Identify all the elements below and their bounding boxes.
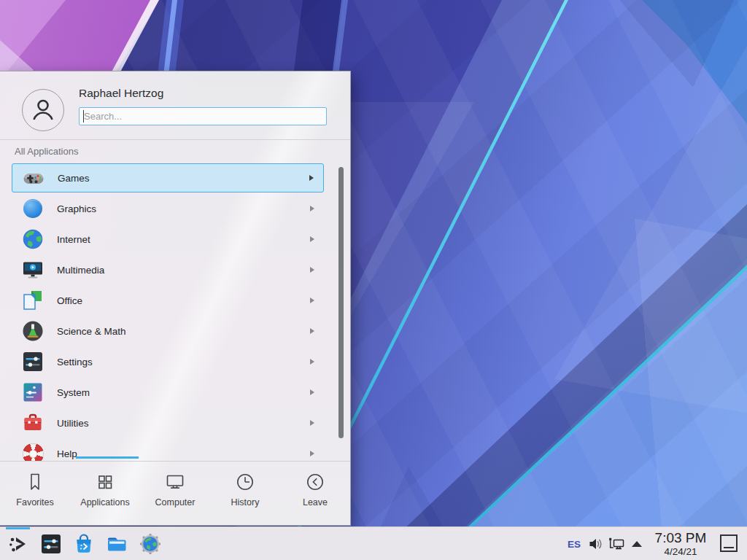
category-label: Utilities [57, 418, 310, 429]
category-label: Multimedia [57, 265, 310, 276]
desktop: Raphael Hertzog All Applications Gam [0, 0, 747, 560]
category-label: Internet [57, 234, 310, 245]
digital-clock[interactable]: 7:03 PM 4/24/21 [649, 527, 712, 560]
keyboard-layout-indicator[interactable]: ES [568, 527, 581, 560]
user-icon [28, 96, 58, 125]
tab-history[interactable]: History [210, 462, 280, 526]
multimedia-icon [21, 258, 44, 281]
history-icon [234, 471, 256, 493]
category-label: System [57, 387, 310, 398]
system-icon [21, 381, 44, 404]
settings-icon [21, 350, 44, 373]
taskbar: ES 7:03 PM 4/24/21 [0, 526, 747, 560]
science-math-icon [21, 319, 44, 343]
tab-label: Favorites [16, 497, 53, 508]
web-browser-launcher[interactable] [139, 532, 162, 556]
clock-date: 4/24/21 [649, 547, 712, 557]
submenu-arrow-icon [310, 298, 314, 303]
expand-tray-icon[interactable] [632, 541, 642, 547]
submenu-arrow-icon [310, 328, 314, 334]
utilities-icon [21, 411, 44, 435]
category-item-settings[interactable]: Settings [12, 346, 324, 377]
computer-icon [164, 471, 186, 493]
tab-label: Leave [303, 497, 328, 508]
show-desktop-button[interactable] [720, 534, 738, 552]
speaker-icon [588, 537, 603, 551]
submenu-arrow-icon [310, 236, 314, 242]
section-label: All Applications [15, 146, 78, 157]
application-launcher-button[interactable] [7, 532, 30, 556]
menu-tab-bar: Favorites Applications Computer [0, 461, 350, 526]
submenu-arrow-icon [309, 175, 314, 181]
tab-leave[interactable]: Leave [280, 462, 350, 526]
category-label: Settings [57, 357, 310, 368]
tab-computer[interactable]: Computer [140, 462, 210, 526]
scrollbar-thumb[interactable] [338, 167, 344, 438]
favorites-icon [24, 471, 46, 493]
search-input[interactable] [79, 107, 327, 125]
category-item-help[interactable]: Help [12, 438, 324, 461]
discover-launcher[interactable] [72, 532, 96, 556]
submenu-arrow-icon [310, 389, 314, 395]
kde-launcher-icon [7, 532, 30, 556]
leave-icon [304, 471, 326, 493]
submenu-arrow-icon [310, 359, 314, 365]
category-item-multimedia[interactable]: Multimedia [12, 254, 324, 285]
tab-label: Applications [80, 497, 129, 508]
application-launcher-menu: Raphael Hertzog All Applications Gam [0, 71, 351, 526]
games-icon [22, 166, 45, 190]
category-item-graphics[interactable]: Graphics [12, 193, 324, 224]
category-item-science-math[interactable]: Science & Math [12, 316, 324, 346]
tab-label: History [231, 497, 260, 508]
category-list: Games Graphics [0, 163, 350, 461]
shopping-bag-icon [72, 532, 96, 556]
submenu-arrow-icon [310, 206, 314, 211]
tab-favorites[interactable]: Favorites [0, 462, 70, 526]
category-item-games[interactable]: Games [12, 163, 324, 192]
user-avatar [22, 89, 64, 131]
office-icon [21, 289, 44, 312]
active-task-indicator [6, 527, 30, 529]
network-icon [608, 537, 625, 551]
tab-label: Computer [155, 497, 196, 508]
help-icon [21, 442, 44, 461]
active-tab-indicator [76, 456, 139, 459]
category-item-system[interactable]: System [12, 377, 324, 408]
submenu-arrow-icon [310, 420, 314, 426]
sliders-icon [39, 532, 63, 556]
internet-icon [21, 228, 44, 251]
submenu-arrow-icon [310, 267, 314, 273]
user-name: Raphael Hertzog [79, 87, 163, 100]
network-tray-item[interactable] [608, 537, 625, 554]
system-settings-launcher[interactable] [39, 532, 63, 556]
graphics-icon [21, 197, 44, 220]
clock-time: 7:03 PM [649, 531, 712, 545]
category-item-internet[interactable]: Internet [12, 224, 324, 254]
category-item-office[interactable]: Office [12, 285, 324, 316]
file-manager-launcher[interactable] [105, 532, 128, 556]
category-label: Science & Math [57, 326, 310, 337]
category-label: Office [57, 295, 310, 306]
category-label: Games [58, 173, 309, 184]
volume-tray-item[interactable] [588, 537, 603, 554]
applications-icon [94, 471, 116, 493]
submenu-arrow-icon [310, 451, 314, 456]
text-cursor [83, 110, 84, 122]
folder-icon [105, 532, 128, 556]
header-separator [0, 139, 350, 140]
category-item-utilities[interactable]: Utilities [12, 408, 324, 438]
globe-gear-icon [139, 532, 162, 556]
category-label: Graphics [57, 203, 310, 214]
tab-applications[interactable]: Applications [70, 462, 140, 526]
